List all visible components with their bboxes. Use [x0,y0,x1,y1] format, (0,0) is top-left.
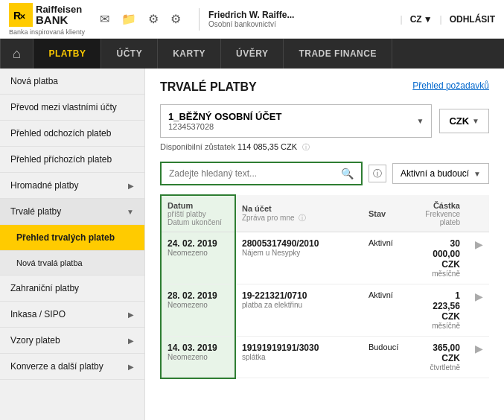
balance-info-icon: ⓘ [302,143,310,151]
sidebar-item-trvale[interactable]: Trvalé platby ▼ [0,199,144,225]
table-row[interactable]: 14. 03. 2019 Neomezeno 19191919191/3030 … [161,337,489,378]
folder-icon[interactable]: 📁 [121,12,136,26]
cell-amount-1: 30 000,00 CZK měsíčně [419,232,466,284]
currency-value: CZK [449,115,469,127]
home-icon: ⌂ [13,46,21,62]
account-col-info: ⓘ [299,214,306,222]
cell-date-2: 28. 02. 2019 Neomezeno [161,284,235,337]
search-box: 🔍 [160,162,363,185]
sidebar-item-inkasa[interactable]: Inkasa / SIPO ▶ [0,302,144,328]
gear-icon[interactable]: ⚙ [148,12,159,26]
sidebar-item-nova-platba[interactable]: Nová platba [0,69,144,95]
table-row[interactable]: 28. 02. 2019 Neomezeno 19-221321/0710 pl… [161,284,489,337]
user-info: Friedrich W. Raiffe... Osobní bankovnict… [208,10,294,28]
top-right: | CZ ▼ | ODHLÁSIT [401,14,495,25]
cell-amount-3: 365,00 CZK čtvrtletně [419,337,466,378]
table-row[interactable]: 24. 02. 2019 Neomezeno 28005317490/2010 … [161,232,489,284]
top-icons: ✉ 📁 ⚙ ⚙ [100,12,181,26]
cell-arrow-2: ▶ [466,284,489,337]
cell-date-3: 14. 03. 2019 Neomezeno [161,337,235,378]
payments-table: Datum příští platby Datum ukončení Na úč… [160,194,489,379]
account-name: 1_BĚŽNÝ OSOBNÍ ÚČET [168,111,281,122]
account-select-inner: 1_BĚŽNÝ OSOBNÍ ÚČET 1234537028 [168,111,281,131]
logout-button[interactable]: ODHLÁSIT [450,14,495,25]
logo-area: R ✕ Raiffeisen BANK Banka inspirovaná kl… [9,3,85,36]
sidebar-item-prehled-odchozich[interactable]: Přehled odchozích plateb [0,121,144,147]
chevron-right-icon-3: ▶ [128,337,134,345]
cell-arrow-3: ▶ [466,337,489,378]
mail-icon[interactable]: ✉ [100,12,109,26]
cell-status-1: Aktivní [363,232,419,284]
sidebar-item-prehled-trvalych[interactable]: Přehled trvalých plateb [0,225,144,251]
cell-account-1: 28005317490/2010 Nájem u Nesypky [235,232,363,284]
col-header-status: Stav [363,195,419,232]
lang-selector[interactable]: CZ ▼ [410,14,433,25]
cell-date-1: 24. 02. 2019 Neomezeno [161,232,235,284]
sidebar-item-nova-trvala[interactable]: Nová trvalá platba [0,251,144,276]
user-sub: Osobní bankovnictví [208,20,294,28]
cell-account-2: 19-221321/0710 platba za elektřinu [235,284,363,337]
cell-account-3: 19191919191/3030 splátka [235,337,363,378]
col-header-account: Na účet Zpráva pro mne ⓘ [235,195,363,232]
nav-bar: ⌂ PLATBY ÚČTY KARTY ÚVĚRY TRADE FINANCE [0,39,504,69]
sidebar-item-vzory[interactable]: Vzory plateb ▶ [0,328,144,354]
overview-link[interactable]: Přehled požadavků [412,80,489,91]
table-header-row: Datum příští platby Datum ukončení Na úč… [161,195,489,232]
account-dropdown-icon: ▼ [416,117,424,125]
balance-text: Disponibilní zůstatek 114 085,35 CZK ⓘ [160,142,489,153]
account-select[interactable]: 1_BĚŽNÝ OSOBNÍ ÚČET 1234537028 ▼ [160,104,432,138]
sidebar: Nová platba Převod mezi vlastními účty P… [0,69,145,420]
chevron-right-icon: ▶ [128,182,134,190]
chevron-right-icon-4: ▶ [128,363,134,371]
content-area: TRVALÉ PLATBY Přehled požadavků 1_BĚŽNÝ … [145,69,504,420]
top-divider [199,8,200,31]
account-number: 1234537028 [168,122,281,131]
svg-text:✕: ✕ [19,13,25,21]
col-header-arrow [466,195,489,232]
top-bar: R ✕ Raiffeisen BANK Banka inspirovaná kl… [0,0,504,39]
chevron-right-icon-2: ▶ [128,311,134,319]
filter-select[interactable]: Aktivní a budoucí ▼ [392,163,489,184]
search-row: 🔍 ⓘ Aktivní a budoucí ▼ [160,162,489,185]
page-title: TRVALÉ PLATBY [160,80,257,94]
user-name: Friedrich W. Raiffe... [208,10,294,20]
nav-item-trade[interactable]: TRADE FINANCE [284,39,392,69]
sidebar-item-prehled-prichozich[interactable]: Přehled příchozích plateb [0,147,144,173]
filter-value: Aktivní a budoucí [401,168,469,179]
logo-icon: R ✕ [9,3,33,27]
lang-arrow-icon: ▼ [424,14,433,25]
logo-text: Raiffeisen BANK [36,4,82,25]
nav-home[interactable]: ⌂ [0,39,34,69]
nav-item-platby[interactable]: PLATBY [34,39,101,69]
cell-arrow-1: ▶ [466,232,489,284]
table-info-icon[interactable]: ⓘ [369,165,386,182]
main-layout: Nová platba Převod mezi vlastními účty P… [0,69,504,420]
currency-dropdown-icon: ▼ [472,117,479,125]
sidebar-item-prevod[interactable]: Převod mezi vlastními účty [0,95,144,121]
logo-slogan: Banka inspirovaná klienty [9,28,85,36]
nav-item-ucty[interactable]: ÚČTY [101,39,158,69]
cell-amount-2: 1 223,56 CZK měsíčně [419,284,466,337]
cell-status-2: Aktivní [363,284,419,337]
row-arrow-icon-3: ▶ [472,343,483,354]
sidebar-item-konverze[interactable]: Konverze a další platby ▶ [0,354,144,380]
cell-status-3: Budoucí [363,337,419,378]
filter-dropdown-icon: ▼ [473,170,481,178]
settings2-icon[interactable]: ⚙ [170,12,181,26]
search-input[interactable] [169,168,341,179]
col-header-date: Datum příští platby Datum ukončení [161,195,235,232]
sidebar-item-zahranicni[interactable]: Zahraniční platby [0,276,144,302]
sidebar-item-hromadne[interactable]: Hromadné platby ▶ [0,173,144,199]
content-header: TRVALÉ PLATBY Přehled požadavků [160,80,489,94]
nav-item-karty[interactable]: KARTY [158,39,221,69]
search-icon: 🔍 [341,168,354,179]
currency-select[interactable]: CZK ▼ [439,109,489,133]
logo-box: R ✕ Raiffeisen BANK [9,3,85,27]
nav-item-uvery[interactable]: ÚVĚRY [221,39,284,69]
account-row: 1_BĚŽNÝ OSOBNÍ ÚČET 1234537028 ▼ CZK ▼ [160,104,489,138]
row-arrow-icon-2: ▶ [472,290,483,302]
chevron-down-icon: ▼ [127,208,134,216]
row-arrow-icon: ▶ [472,238,483,250]
col-header-amount: Částka Frekvence plateb [419,195,466,232]
